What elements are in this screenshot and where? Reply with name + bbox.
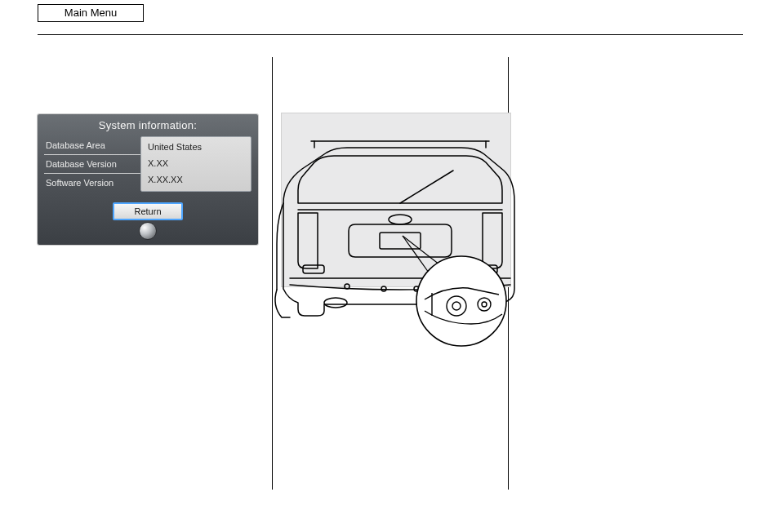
- system-information-panel: System information: Database Area Databa…: [38, 114, 258, 245]
- svg-point-7: [381, 286, 386, 291]
- svg-point-10: [324, 298, 347, 308]
- svg-rect-4: [303, 265, 324, 273]
- system-information-labels: Database Area Database Version Software …: [44, 136, 140, 192]
- svg-point-16: [416, 256, 506, 346]
- column-1: System information: Database Area Databa…: [38, 57, 272, 481]
- sysinfo-row-value: X.XX.XX: [148, 171, 244, 188]
- svg-point-3: [389, 215, 412, 224]
- rotary-knob-icon[interactable]: [139, 222, 157, 240]
- column-3: [509, 57, 743, 481]
- sysinfo-row-label: Database Area: [44, 136, 140, 155]
- svg-rect-2: [380, 233, 421, 249]
- column-2: [273, 57, 507, 481]
- system-information-title: System information:: [38, 114, 258, 136]
- svg-line-14: [403, 236, 429, 273]
- horizontal-rule: [38, 34, 743, 35]
- system-information-body: Database Area Database Version Software …: [38, 136, 258, 192]
- svg-line-0: [400, 171, 453, 203]
- system-information-values: United States X.XX X.XX.XX: [140, 136, 252, 192]
- page-columns: System information: Database Area Databa…: [38, 57, 743, 481]
- sysinfo-row-label: Database Version: [44, 155, 140, 174]
- sysinfo-row-label: Software Version: [44, 174, 140, 192]
- rear-camera-illustration: [281, 113, 511, 287]
- return-button[interactable]: Return: [113, 202, 183, 220]
- vehicle-rear-svg: [257, 105, 543, 354]
- sysinfo-row-value: X.XX: [148, 155, 244, 171]
- sysinfo-row-value: United States: [148, 139, 244, 155]
- main-menu-button[interactable]: Main Menu: [38, 4, 144, 22]
- return-control: Return: [113, 202, 183, 240]
